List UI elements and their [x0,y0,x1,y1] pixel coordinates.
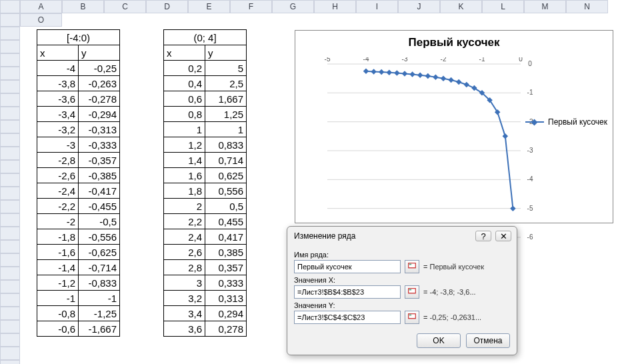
table-cell[interactable]: 1,25 [205,107,247,122]
cancel-button[interactable]: Отмена [466,333,510,348]
col-header-B[interactable]: B [62,0,104,13]
table-cell[interactable]: -2,6 [37,168,79,183]
col-header-F[interactable]: F [230,0,272,13]
table-cell[interactable]: -0,417 [79,183,120,199]
table-cell[interactable]: 0,294 [205,306,247,321]
table-cell[interactable]: 0,455 [205,214,247,229]
col-header-I[interactable]: I [356,0,398,13]
table-cell[interactable]: -0,278 [79,91,120,107]
table-cell[interactable]: -1,2 [37,275,79,291]
table-cell[interactable]: 5 [205,61,247,76]
col-header-N[interactable]: N [566,0,608,13]
table-cell[interactable]: 1,4 [164,153,205,168]
x-values-input[interactable] [294,285,401,299]
table-cell[interactable]: 2,5 [205,76,247,91]
table-cell[interactable]: 0,4 [164,76,205,91]
table-cell[interactable]: 0,417 [205,229,247,245]
range-select-icon[interactable] [405,285,419,299]
col-header-A[interactable]: A [20,0,62,13]
data-table-1[interactable]: [-4:0) xy -4-0,25-3,8-0,263-3,6-0,278-3,… [37,29,120,337]
ok-button[interactable]: OK [417,333,461,348]
table-cell[interactable]: 2,6 [164,245,205,260]
table-cell[interactable]: 3,6 [164,321,205,337]
table-cell[interactable]: -0,625 [79,245,120,260]
table-cell[interactable]: -0,8 [37,306,79,321]
col-header-D[interactable]: D [146,0,188,13]
table-cell[interactable]: 1 [164,122,205,137]
table-cell[interactable]: 0,833 [205,137,247,153]
table-cell[interactable]: -3,6 [37,91,79,107]
range-select-icon[interactable] [405,311,419,324]
table-cell[interactable]: -0,294 [79,107,120,122]
table-cell[interactable]: -1,25 [79,306,120,321]
table-cell[interactable]: 1,6 [164,168,205,183]
table-cell[interactable]: 1 [205,122,247,137]
series-name-input[interactable] [294,260,401,273]
table-cell[interactable]: -3,2 [37,122,79,137]
table-cell[interactable]: -0,313 [79,122,120,137]
table-cell[interactable]: -0,833 [79,275,120,291]
y-values-input[interactable] [294,311,401,324]
table-cell[interactable]: 0,8 [164,107,205,122]
col-header-G[interactable]: G [272,0,314,13]
help-button[interactable]: ? [475,231,491,241]
table-cell[interactable]: -4 [37,61,79,76]
edit-series-dialog[interactable]: Изменение ряда ? ✕ Имя ряда: = Первый ку… [287,226,517,355]
table-cell[interactable]: 0,385 [205,245,247,260]
table-cell[interactable]: -0,556 [79,229,120,245]
table-cell[interactable]: -2 [37,214,79,229]
chart[interactable]: Первый кусочек -5-4-3-2-100-1-2-3-4-5-6 … [295,30,613,223]
col-header-M[interactable]: M [524,0,566,13]
corner-cell[interactable] [0,0,20,13]
table-cell[interactable]: -0,333 [79,137,120,153]
table-cell[interactable]: 3,4 [164,306,205,321]
table-cell[interactable]: -1,8 [37,229,79,245]
table-cell[interactable]: -0,714 [79,260,120,275]
table-cell[interactable]: 0,333 [205,275,247,291]
table-cell[interactable]: 2,2 [164,214,205,229]
table-cell[interactable]: 0,5 [205,199,247,214]
col-header-C[interactable]: C [104,0,146,13]
close-button[interactable]: ✕ [495,231,511,241]
table-cell[interactable]: -3 [37,137,79,153]
col-header-L[interactable]: L [482,0,524,13]
table-cell[interactable]: 0,625 [205,168,247,183]
table-cell[interactable]: -1,667 [79,321,120,337]
table-cell[interactable]: 2,8 [164,260,205,275]
table-cell[interactable]: -1,4 [37,260,79,275]
table-cell[interactable]: 0,6 [164,91,205,107]
table-cell[interactable]: -2,2 [37,199,79,214]
range-select-icon[interactable] [405,260,419,273]
table-cell[interactable]: -1 [37,291,79,306]
table-cell[interactable]: 0,714 [205,153,247,168]
table-cell[interactable]: -3,8 [37,76,79,91]
col-header-K[interactable]: K [440,0,482,13]
data-table-2[interactable]: (0; 4] xy 0,250,42,50,61,6670,81,25111,2… [163,29,247,337]
col-header-J[interactable]: J [398,0,440,13]
table-cell[interactable]: -1,6 [37,245,79,260]
col-header-H[interactable]: H [314,0,356,13]
table-cell[interactable]: -2,4 [37,183,79,199]
table-cell[interactable]: -0,385 [79,168,120,183]
table-cell[interactable]: -3,4 [37,107,79,122]
table-cell[interactable]: 3 [164,275,205,291]
table-cell[interactable]: 1,667 [205,91,247,107]
table-cell[interactable]: 0,278 [205,321,247,337]
table-cell[interactable]: -0,357 [79,153,120,168]
table-cell[interactable]: -0,455 [79,199,120,214]
table-cell[interactable]: -0,25 [79,61,120,76]
table-cell[interactable]: 2 [164,199,205,214]
table-cell[interactable]: 0,556 [205,183,247,199]
table-cell[interactable]: 0,2 [164,61,205,76]
table-cell[interactable]: 0,357 [205,260,247,275]
table-cell[interactable]: -0,6 [37,321,79,337]
table-cell[interactable]: -0,263 [79,76,120,91]
table-cell[interactable]: 2,4 [164,229,205,245]
table-cell[interactable]: -0,5 [79,214,120,229]
col-header-E[interactable]: E [188,0,230,13]
table-cell[interactable]: -2,8 [37,153,79,168]
col-header-O[interactable]: O [20,13,62,27]
table-cell[interactable]: 1,2 [164,137,205,153]
table-cell[interactable]: 0,313 [205,291,247,306]
table-cell[interactable]: 1,8 [164,183,205,199]
